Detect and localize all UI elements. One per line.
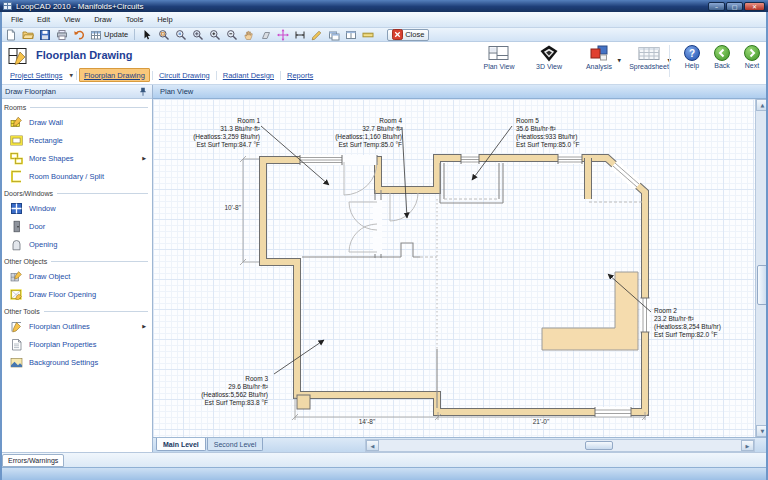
save-button[interactable]	[38, 28, 52, 41]
maximize-button[interactable]: ▢	[726, 2, 743, 11]
tab-main-level[interactable]: Main Level	[156, 438, 206, 451]
sidebar-item-draw-object[interactable]: Draw Object	[0, 267, 152, 285]
minimize-button[interactable]: –	[708, 2, 725, 11]
plan-view-button[interactable]: Plan View	[476, 45, 522, 70]
pin-icon[interactable]	[139, 87, 147, 97]
open-button[interactable]	[21, 28, 35, 41]
spreadsheet-icon	[638, 45, 660, 62]
help-label: Help	[685, 62, 699, 69]
room-name: Room 3	[201, 375, 268, 383]
sidebar-item-label: More Shapes	[29, 154, 74, 163]
sidebar-item-more-shapes[interactable]: More Shapes ▶	[0, 149, 152, 167]
tab-floorplan-drawing[interactable]: Floorplan Drawing	[79, 68, 150, 82]
scroll-left-arrow[interactable]: ◀	[366, 440, 379, 451]
chevron-down-icon: ▼	[70, 73, 73, 78]
room-name: Room 4	[335, 117, 402, 125]
room-rate: 31.3 Btu/hr·ft²	[193, 125, 260, 133]
submenu-arrow-icon: ▶	[142, 323, 146, 329]
spreadsheet-button[interactable]: Spreadsheet ▼	[626, 45, 672, 70]
tab-radiant-design[interactable]: Radiant Design	[219, 69, 278, 81]
room-name: Room 1	[193, 117, 260, 125]
tab-second-level[interactable]: Second Level	[207, 438, 263, 451]
zoom-extents-tool[interactable]	[191, 28, 205, 41]
view-buttons: Plan View 3D View Analysis ▼ Spreadsheet…	[476, 45, 672, 70]
tab-circuit-drawing[interactable]: Circuit Drawing	[155, 69, 214, 81]
menu-view[interactable]: View	[57, 13, 87, 26]
zoom-window-tool[interactable]	[157, 28, 171, 41]
room-label-4: Room 4 32.7 Btu/hr·ft² (Heatloss:1,160 B…	[335, 117, 402, 149]
tab-reports[interactable]: Reports	[283, 69, 317, 81]
section-header-rooms: Rooms	[4, 103, 148, 112]
sidebar-item-draw-wall[interactable]: Draw Wall	[0, 113, 152, 131]
menu-help[interactable]: Help	[150, 13, 179, 26]
horizontal-scroll-thumb[interactable]	[585, 441, 613, 450]
menu-draw[interactable]: Draw	[87, 13, 119, 26]
back-label: Back	[714, 62, 730, 69]
sidebar-item-draw-floor-opening[interactable]: Draw Floor Opening	[0, 285, 152, 303]
sidebar-item-label: Window	[29, 204, 56, 213]
dimension-bottom-right: 21'-0"	[519, 418, 563, 425]
tab-separator	[216, 71, 217, 80]
new-button[interactable]	[4, 28, 18, 41]
sidebar-item-room-boundary-split[interactable]: Room Boundary / Split	[0, 167, 152, 185]
floorplan-properties-icon	[10, 338, 23, 351]
tab-separator	[76, 71, 77, 80]
menu-edit[interactable]: Edit	[30, 13, 57, 26]
pan-tool[interactable]	[242, 28, 256, 41]
room-heatloss: (Heatloss:8,254 Btu/hr)	[654, 323, 721, 331]
drawing-canvas[interactable]: Room 1 31.3 Btu/hr·ft² (Heatloss:3,259 B…	[153, 99, 755, 437]
spreadsheet-label: Spreadsheet	[629, 63, 669, 70]
sidebar-item-label: Door	[29, 222, 45, 231]
sidebar-item-floorplan-properties[interactable]: Floorplan Properties	[0, 335, 152, 353]
tab-project-settings[interactable]: Project Settings	[6, 69, 67, 81]
print-button[interactable]	[55, 28, 69, 41]
errors-warnings-tab[interactable]: Errors/Warnings	[2, 454, 64, 467]
menu-tools[interactable]: Tools	[119, 13, 151, 26]
section-header-other-objects: Other Objects	[4, 257, 148, 266]
room-boundaries	[420, 199, 642, 349]
next-label: Next	[745, 62, 759, 69]
help-button[interactable]: ? Help	[679, 45, 705, 77]
pointer-tool[interactable]	[140, 28, 154, 41]
draw-line-tool[interactable]	[310, 28, 324, 41]
sidebar-item-label: Rectangle	[29, 136, 63, 145]
sidebar-item-rectangle[interactable]: Rectangle	[0, 131, 152, 149]
scroll-right-arrow[interactable]: ▶	[741, 440, 754, 451]
analysis-icon	[588, 45, 610, 62]
room-rate: 35.6 Btu/hr·ft²	[516, 125, 580, 133]
back-button[interactable]: Back	[709, 45, 735, 77]
menu-file[interactable]: File	[4, 13, 30, 26]
sidebar-item-window[interactable]: Window	[0, 199, 152, 217]
sidebar-item-door[interactable]: Door	[0, 217, 152, 235]
zoom-out-tool[interactable]	[225, 28, 239, 41]
zoom-object-tool[interactable]	[174, 28, 188, 41]
cascade-windows-button[interactable]	[327, 28, 341, 41]
measure-tool[interactable]	[293, 28, 307, 41]
draw-object-icon	[10, 270, 23, 283]
next-button[interactable]: Next	[739, 45, 765, 77]
update-button[interactable]: Update	[89, 28, 129, 41]
close-window-button[interactable]: ✕	[744, 2, 765, 11]
3d-view-button[interactable]: 3D View	[526, 45, 572, 70]
sidebar: Draw Floorplan Rooms Draw Wall Rectangle…	[0, 85, 153, 452]
zoom-in-tool[interactable]	[208, 28, 222, 41]
sidebar-item-floorplan-outlines[interactable]: Floorplan Outlines ▶	[0, 317, 152, 335]
tile-windows-button[interactable]	[344, 28, 358, 41]
sidebar-item-opening[interactable]: Opening	[0, 235, 152, 253]
undo-button[interactable]	[72, 28, 86, 41]
horizontal-scrollbar[interactable]: ◀ ▶	[365, 439, 755, 452]
counter-outline	[542, 272, 638, 350]
move-tool[interactable]	[276, 28, 290, 41]
rectangle-icon	[10, 134, 23, 147]
ribbon-header: Floorplan Drawing Project Settings ▼ Flo…	[0, 42, 768, 85]
room-name: Room 2	[654, 307, 721, 315]
room-heatloss: (Heatloss:5,562 Btu/hr)	[201, 391, 268, 399]
ruler-tool[interactable]	[361, 28, 375, 41]
room-boundary-icon	[10, 170, 23, 183]
submenu-arrow-icon: ▶	[142, 155, 146, 161]
transform-tool[interactable]	[259, 28, 273, 41]
close-drawing-button[interactable]: Close	[387, 29, 429, 41]
analysis-button[interactable]: Analysis ▼	[576, 45, 622, 70]
background-settings-icon	[10, 356, 23, 369]
sidebar-item-background-settings[interactable]: Background Settings	[0, 353, 152, 371]
